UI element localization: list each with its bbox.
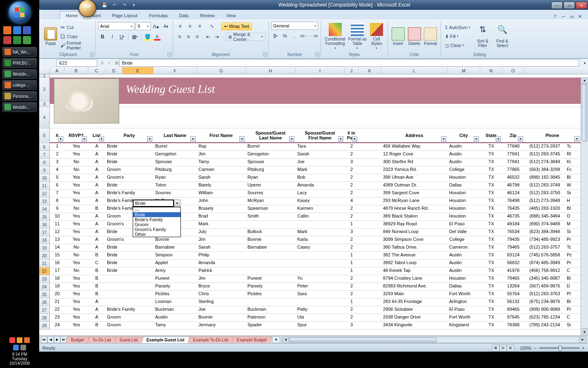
taskbar-item[interactable]: college ... (2, 80, 37, 90)
filter-icon[interactable]: ▼ (58, 136, 63, 141)
cell[interactable] (296, 260, 345, 267)
cell[interactable]: Buckman (154, 306, 197, 314)
cell[interactable] (359, 306, 381, 314)
column-header[interactable]: B (65, 67, 88, 74)
format-painter-button[interactable]: Format Painter (59, 41, 93, 49)
cell[interactable]: 1 (345, 221, 359, 228)
cell[interactable]: (456) 758-9912 (524, 267, 565, 275)
cell[interactable]: Bride (105, 267, 154, 275)
decrease-indent-button[interactable]: ⇤ (204, 32, 212, 41)
cell[interactable]: Del Valle (448, 229, 480, 236)
cell[interactable] (359, 197, 381, 205)
align-left-button[interactable]: ≡ (176, 32, 184, 41)
cell[interactable] (359, 314, 381, 321)
cell[interactable]: Uperer (246, 182, 296, 189)
cell[interactable]: Cameron (448, 244, 480, 251)
column-header[interactable]: F (154, 67, 197, 74)
font-size-combo[interactable]: 9▾ (136, 22, 151, 30)
comma-button[interactable]: , (290, 31, 298, 40)
cell[interactable]: Yes (65, 236, 88, 244)
cell[interactable]: 1 (50, 143, 65, 150)
cell[interactable]: 293 McRyan Lane (381, 197, 448, 205)
cell[interactable] (359, 221, 381, 228)
cell[interactable]: Groom's (105, 174, 154, 182)
cell[interactable]: Sourres (154, 190, 197, 197)
cell[interactable]: Sarah (197, 244, 246, 251)
cell[interactable]: Groom's (105, 236, 154, 244)
qat-redo-icon[interactable]: ↷ (121, 2, 127, 8)
cell[interactable]: 2 (345, 166, 359, 174)
cell[interactable]: A (88, 143, 105, 150)
cell[interactable]: 46798 (502, 182, 524, 189)
insert-cells-button[interactable]: Insert (390, 22, 406, 51)
filter-icon[interactable]: ▼ (574, 136, 579, 141)
column-header[interactable]: A (50, 67, 65, 74)
cell[interactable]: 15 (50, 252, 65, 259)
cell[interactable]: (512) 283-3757 (524, 244, 565, 251)
cell[interactable]: Groom (105, 314, 154, 321)
validation-dropdown[interactable]: ---BrideBride's FamilyGroomGroom's Famil… (133, 207, 181, 237)
cell[interactable]: Peter (296, 283, 345, 290)
cell[interactable]: Yes (65, 197, 88, 205)
cell[interactable]: TX (480, 229, 502, 236)
cell[interactable]: (874) 485-3949 (524, 260, 565, 267)
number-launcher-icon[interactable]: ↘ (315, 52, 319, 56)
cell[interactable]: 4879 Horse Ranch Rd. (381, 205, 448, 213)
cell[interactable]: 2 (345, 291, 359, 298)
cell[interactable]: Groom (105, 322, 154, 329)
cell[interactable]: Tc (565, 244, 581, 251)
row-header[interactable]: 22 (39, 267, 50, 275)
font-name-combo[interactable]: Arial▾ (98, 22, 134, 30)
cell[interactable]: Ryan (246, 174, 296, 182)
cell[interactable]: 399 Sargent Cove (381, 190, 448, 197)
cell[interactable]: 2 (345, 236, 359, 244)
ql-icon[interactable] (13, 26, 21, 34)
cell[interactable]: 2 (345, 306, 359, 314)
cell[interactable]: Puneet (154, 275, 197, 283)
cell[interactable]: Jim (197, 275, 246, 283)
cell[interactable]: Paterson (246, 314, 296, 321)
cell[interactable] (246, 298, 296, 306)
cell[interactable]: No (65, 159, 88, 166)
cell[interactable]: Looman (154, 298, 197, 306)
cell[interactable]: Houston (448, 190, 480, 197)
cell[interactable]: Amanda (197, 260, 246, 267)
ql-icon[interactable] (23, 36, 31, 44)
decrease-decimal-button[interactable]: ←.00 (309, 31, 318, 40)
cell[interactable]: Bride's Family (105, 190, 154, 197)
cell[interactable]: Bride (105, 151, 154, 158)
close-button[interactable]: ✕ (576, 2, 587, 9)
cell-styles-button[interactable]: Cell Styles▾ (368, 22, 385, 51)
cell[interactable]: 97645 (502, 314, 524, 321)
row-header[interactable]: 18 (39, 236, 50, 244)
cell[interactable]: 7 (50, 190, 65, 197)
cell[interactable]: Yes (65, 221, 88, 228)
formula-input[interactable]: Bride (119, 59, 579, 67)
active-cell[interactable]: Bride (133, 200, 174, 207)
ribbon-tab-review[interactable]: Review (194, 11, 220, 20)
sheet-nav-first-icon[interactable]: ⏮ (41, 337, 47, 343)
ribbon-tab-page-layout[interactable]: Page Layout (107, 11, 143, 20)
cell[interactable]: Fc (565, 166, 581, 174)
align-middle-button[interactable]: ≡ (185, 22, 194, 31)
tray-icon[interactable] (9, 337, 15, 343)
cell[interactable]: No (65, 267, 88, 275)
zoom-level[interactable]: 100% (520, 346, 531, 350)
percent-button[interactable]: % (281, 31, 289, 40)
cell[interactable]: Karmen (296, 205, 345, 213)
cell[interactable]: Yes (65, 182, 88, 189)
cell[interactable]: El Paso (448, 221, 480, 228)
cell[interactable] (246, 252, 296, 259)
cell[interactable]: 3 (50, 159, 65, 166)
cell[interactable]: (567) 459-9876 (524, 283, 565, 290)
cell[interactable] (359, 244, 381, 251)
row-header[interactable]: 9 (39, 166, 50, 174)
cell[interactable]: 2 (345, 174, 359, 182)
cell[interactable]: 1 (345, 267, 359, 275)
filter-icon[interactable]: ▼ (289, 136, 294, 141)
cell[interactable]: Burrel (154, 143, 197, 150)
accounting-button[interactable]: $▾ (271, 31, 280, 40)
maximize-button[interactable]: ▭ (564, 2, 575, 9)
cell[interactable]: TX (480, 244, 502, 251)
cell[interactable]: TX (480, 221, 502, 228)
